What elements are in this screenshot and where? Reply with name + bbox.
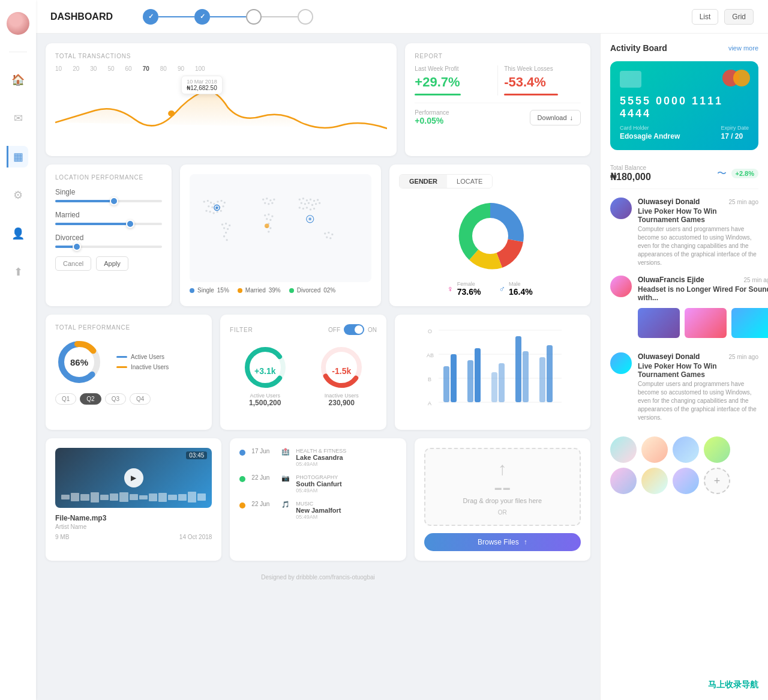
single-slider-group: Single [55, 188, 162, 202]
cc-expiry-value: 17 / 20 [721, 132, 749, 140]
male-pct: 16.4% [509, 287, 533, 297]
tl-dot-3 [239, 502, 245, 508]
thumb-1 [638, 308, 680, 338]
last-week-label: Last Week Profit [415, 65, 491, 72]
tl-content-3: MUSIC New Jamalfort 05:49AM [296, 501, 396, 520]
bar-chart-svg: O AB B A [404, 324, 581, 420]
sidebar-item-home[interactable]: 🏠 [7, 69, 29, 91]
right-panel: Activity Board view more 5555 0000 1111 … [600, 34, 768, 700]
svg-rect-36 [269, 219, 271, 221]
tab-locate[interactable]: LOCATE [447, 175, 492, 188]
avatar-grid-7[interactable] [673, 468, 699, 494]
q3-button[interactable]: Q3 [105, 393, 126, 405]
video-timer: 03:45 [186, 451, 207, 459]
cc-holder-label: Card Holder [620, 125, 680, 131]
location-buttons: Cancel Apply [55, 256, 162, 271]
q4-button[interactable]: Q4 [130, 393, 151, 405]
analysis-wave-icon: 〜 [717, 167, 727, 180]
thumb-strip [638, 308, 768, 338]
wave-13 [178, 494, 187, 501]
svg-rect-51 [315, 203, 317, 205]
perf-group: Performance +0.05% [415, 109, 449, 125]
svg-rect-4 [217, 201, 218, 203]
activity-time-3: 25 min ago [729, 354, 758, 360]
svg-rect-78 [443, 366, 449, 402]
grid-view-button[interactable]: Grid [724, 9, 754, 25]
tl-cat-2: PHOTOGRAPHY [296, 474, 396, 480]
waveform [61, 491, 206, 503]
axis-20: 20 [73, 65, 79, 72]
file-meta: 9 MB 14 Oct 2018 [55, 534, 212, 540]
browse-label: Browse Files [478, 538, 519, 546]
step-3[interactable] [246, 9, 262, 25]
single-thumb[interactable] [110, 197, 118, 205]
sidebar-item-upload[interactable]: ⬆ [7, 261, 29, 283]
avatar-grid-2[interactable] [641, 436, 668, 463]
step-2[interactable]: ✓ [194, 9, 210, 25]
svg-rect-19 [229, 225, 230, 226]
avatar-grid-6[interactable] [641, 468, 668, 494]
avatar-grid-1[interactable] [610, 436, 637, 463]
tl-content-2: PHOTOGRAPHY South Cianfurt 05:49AM [296, 474, 396, 493]
activity-post-title-1: Live Poker How To Win Tournament Games [638, 207, 758, 224]
y-label-ab: AB [427, 352, 434, 358]
map-container [190, 174, 371, 282]
svg-rect-61 [326, 237, 328, 238]
activity-desc-3: Computer users and programmers have beco… [638, 380, 758, 422]
y-label-o: O [428, 328, 432, 334]
step-4[interactable] [298, 9, 313, 25]
cc-footer: Card Holder Edosagie Andrew Expiry Date … [620, 125, 749, 140]
step-1[interactable]: ✓ [143, 9, 158, 25]
wave-7 [119, 492, 128, 502]
sidebar-item-settings[interactable]: ⚙ [7, 184, 29, 206]
avatar-grid-4[interactable] [704, 436, 730, 463]
off-label: OFF [328, 327, 340, 333]
tab-gender[interactable]: GENDER [400, 175, 447, 188]
timeline-item-2: 22 Jun 📷 PHOTOGRAPHY South Cianfurt 05:4… [239, 474, 396, 493]
legend-single-pct: 15% [217, 287, 229, 294]
svg-rect-82 [491, 372, 497, 402]
cancel-button[interactable]: Cancel [55, 256, 91, 271]
svg-rect-3 [213, 203, 215, 205]
view-more-link[interactable]: view more [728, 44, 758, 52]
avatar-grid-add[interactable]: + [704, 468, 730, 494]
activity-item-1: Oluwaseyi Donald 25 min ago Live Poker H… [610, 198, 758, 267]
svg-rect-24 [226, 239, 228, 241]
tl-title-2: South Cianfurt [296, 480, 396, 487]
svg-rect-29 [264, 202, 266, 204]
svg-rect-11 [223, 205, 224, 207]
svg-rect-59 [328, 232, 329, 234]
svg-rect-53 [299, 207, 301, 208]
this-week-value: -53.4% [504, 74, 581, 90]
q1-button[interactable]: Q1 [55, 393, 76, 405]
svg-rect-35 [266, 218, 268, 220]
browse-files-button[interactable]: Browse Files ↑ [424, 533, 581, 551]
sidebar-item-mail[interactable]: ✉ [7, 107, 29, 129]
divorced-thumb[interactable] [73, 243, 81, 251]
sidebar-item-user[interactable]: 👤 [7, 223, 29, 244]
legend-divorced-label: Divorced [297, 287, 320, 294]
married-slider-group: Married [55, 211, 162, 225]
svg-rect-57 [313, 208, 315, 210]
last-week-value: +29.7% [415, 74, 491, 90]
file-size: 9 MB [55, 534, 69, 540]
avatar[interactable] [7, 12, 29, 35]
avatar-grid-3[interactable] [673, 436, 699, 463]
gauge-row: +3.1k Active Users 1,500,200 [230, 343, 377, 407]
q2-button[interactable]: Q2 [80, 393, 101, 405]
cc-top-row [620, 71, 749, 88]
axis-labels: 10 20 30 50 60 70 80 90 100 [55, 65, 387, 72]
filter-toggle[interactable] [344, 324, 364, 335]
apply-button[interactable]: Apply [96, 256, 128, 271]
avatar-grid-5[interactable] [610, 468, 637, 494]
married-thumb[interactable] [126, 220, 134, 228]
sidebar-item-dashboard[interactable]: ▦ [7, 146, 28, 167]
upload-area[interactable]: ↑ ▬ ▬ Drag & drop your files here OR [424, 448, 581, 526]
download-button[interactable]: Download ↓ [530, 110, 581, 125]
video-thumbnail: 03:45 ▶ [55, 448, 212, 508]
last-row: 03:45 ▶ [46, 438, 590, 561]
timeline-item-1: 17 Jun 🏥 HEALTH & FITNESS Lake Casandra … [239, 448, 396, 467]
bottom-row: TOTAL PERFORMANCE 86% [46, 315, 590, 430]
play-button[interactable]: ▶ [124, 468, 143, 487]
list-view-button[interactable]: List [692, 9, 719, 25]
